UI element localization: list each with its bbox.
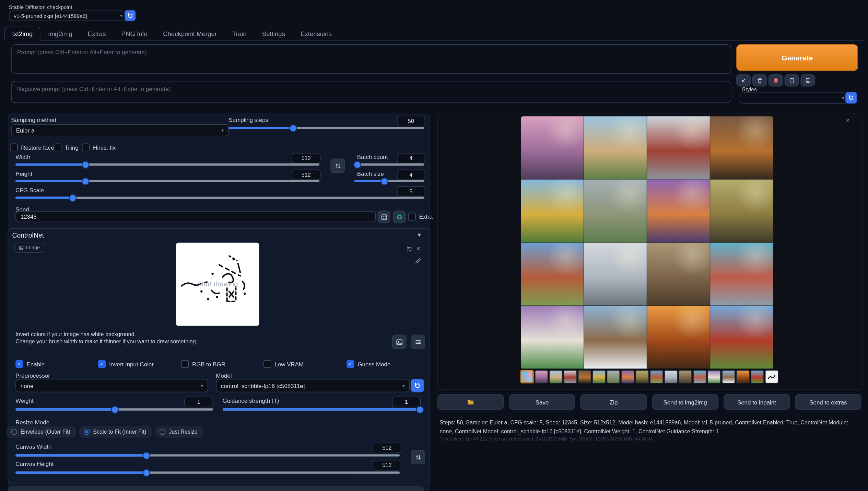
thumbnail-grid[interactable] [520,370,534,384]
sampling-method-select[interactable]: Euler a ▾ [11,124,228,136]
weight-input[interactable] [184,397,213,407]
preprocessor-select[interactable]: none ▾ [15,379,208,392]
guidance-strength-input[interactable] [392,397,421,407]
guidance-strength-slider[interactable] [223,408,420,410]
gallery-image-11[interactable] [647,243,710,306]
generate-button[interactable]: Generate [736,44,858,71]
thumbnail-14[interactable] [722,370,735,384]
resize-scale-to-fit-radio[interactable]: Scale to Fit (Inner Fit) [79,426,152,438]
tab-png-info[interactable]: PNG Info [114,26,155,41]
thumbnail-1[interactable] [535,370,548,384]
styles-select[interactable]: ▾ [740,92,849,103]
gallery-image-9[interactable] [521,243,584,306]
canvas-clear-button[interactable]: × [416,245,420,253]
clear-prompt-button[interactable] [752,74,767,86]
width-input[interactable] [292,153,320,163]
save-button[interactable]: Save [509,394,575,410]
controlnet-image-tab[interactable]: Image [14,243,44,253]
enable-checkbox[interactable]: Enable [15,360,45,368]
gallery-image-12[interactable] [710,243,773,306]
script-dropdown-partial[interactable] [8,486,424,491]
swap-width-height-button[interactable] [330,158,345,173]
thumbnail-11[interactable] [679,370,692,384]
seed-extra-checkbox[interactable]: Extra [408,213,433,221]
open-image-button[interactable] [392,335,406,349]
checkpoint-refresh-button[interactable] [125,10,136,21]
thumbnail-12[interactable] [693,370,706,384]
sampling-steps-slider[interactable] [228,127,424,129]
gallery-image-1[interactable] [521,116,584,180]
tab-train[interactable]: Train [224,26,254,41]
thumbnail-6[interactable] [607,370,620,384]
gallery-image-16[interactable] [710,306,773,369]
canvas-width-slider[interactable] [15,454,400,456]
gallery-image-15[interactable] [647,306,710,369]
canvas-height-slider[interactable] [15,471,400,473]
controlnet-collapse-icon[interactable]: ▼ [417,232,422,238]
resize-envelope-radio[interactable]: Envelope (Outer Fit) [7,426,76,438]
prompt-input[interactable] [11,44,731,74]
reuse-seed-button[interactable]: ♻ [393,210,406,223]
thumbnail-9[interactable] [650,370,663,384]
seed-input[interactable] [15,211,376,222]
gallery-image-5[interactable] [521,180,584,243]
save-style-button[interactable] [800,74,815,86]
height-input[interactable] [292,170,320,180]
canvas-height-input[interactable] [373,460,401,470]
gallery-image-10[interactable] [584,243,647,306]
batch-size-slider[interactable] [354,180,424,182]
tab-settings[interactable]: Settings [254,26,293,41]
styles-refresh-button[interactable] [845,92,857,104]
random-seed-button[interactable] [377,210,390,223]
gallery-image-4[interactable] [710,116,773,180]
batch-size-input[interactable] [397,170,425,180]
thumbnail-7[interactable] [621,370,634,384]
gallery-image-6[interactable] [584,180,647,243]
sampling-steps-input[interactable] [397,116,425,126]
rgb-to-bgr-checkbox[interactable]: RGB to BGR [181,360,225,368]
tab-extensions[interactable]: Extensions [293,26,340,41]
thumbnail-10[interactable] [664,370,678,384]
send-to-extras-button[interactable]: Send to extras [795,394,861,410]
thumbnail-5[interactable] [593,370,606,384]
open-folder-button[interactable] [437,394,504,410]
thumbnail-3[interactable] [564,370,577,384]
thumbnail-2[interactable] [549,370,563,384]
send-to-inpaint-button[interactable]: Send to inpaint [723,394,790,410]
canvas-width-input[interactable] [373,443,401,453]
adjust-brush-button[interactable] [411,335,425,349]
low-vram-checkbox[interactable]: Low VRAM [263,360,304,368]
negative-prompt-input[interactable] [11,81,731,103]
batch-count-input[interactable] [397,153,425,163]
thumbnail-13[interactable] [707,370,721,384]
checkpoint-select[interactable]: v1-5-pruned.ckpt [e1441589a6] ▾ [9,11,127,21]
gallery-image-8[interactable] [710,180,773,243]
thumbnail-16[interactable] [751,370,764,384]
height-slider[interactable] [15,180,319,182]
tab-img2img[interactable]: img2img [40,26,80,41]
batch-count-slider[interactable] [354,163,424,165]
weight-slider[interactable] [15,408,213,410]
apply-style-button[interactable] [784,74,799,86]
restore-faces-checkbox[interactable]: Restore faces [10,144,57,151]
canvas-brush-button[interactable] [415,258,421,264]
tab-txt2img[interactable]: txt2img [4,26,40,41]
gallery-image-14[interactable] [584,306,647,369]
close-gallery-icon[interactable]: × [846,116,850,124]
invert-input-color-checkbox[interactable]: Invert Input Color [98,360,154,368]
tab-checkpoint-merger[interactable]: Checkpoint Merger [155,26,225,41]
thumbnail-8[interactable] [635,370,649,384]
paste-params-button[interactable] [736,74,751,86]
controlnet-canvas[interactable]: Start drawing [176,243,259,326]
tab-extras[interactable]: Extras [80,26,114,41]
thumbnail-4[interactable] [578,370,591,384]
guess-mode-checkbox[interactable]: Guess Mode [347,360,390,368]
gallery-image-2[interactable] [584,116,647,180]
gallery-image-7[interactable] [647,180,710,243]
canvas-undo-button[interactable] [406,246,412,252]
thumbnail-controlnet-map[interactable] [765,370,778,384]
extra-networks-button[interactable] [769,74,783,86]
send-to-img2img-button[interactable]: Send to img2img [652,394,718,410]
swap-canvas-dims-button[interactable] [411,450,425,464]
cfg-scale-input[interactable] [397,186,425,197]
